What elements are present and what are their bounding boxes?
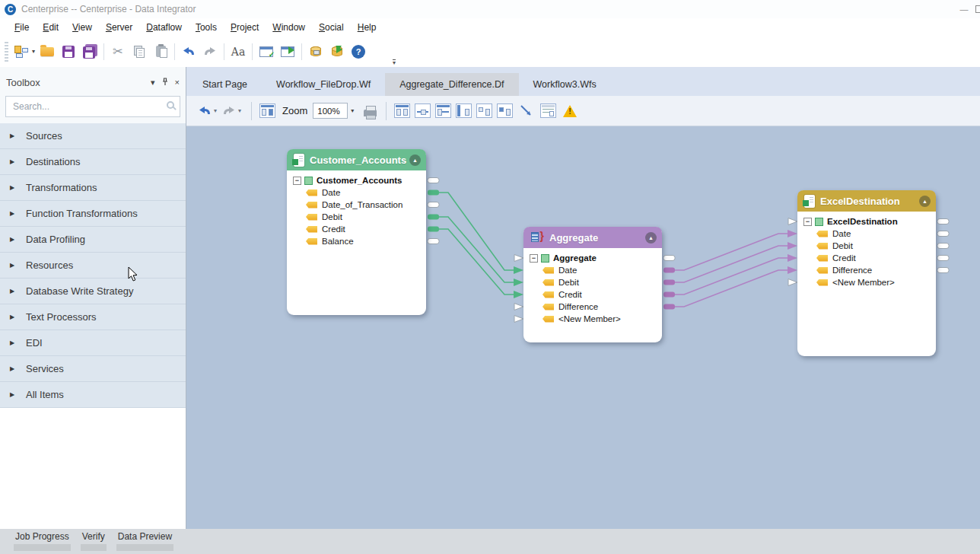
- menu-dataflow[interactable]: Dataflow: [139, 20, 189, 35]
- tree-expander-icon[interactable]: −: [803, 218, 812, 226]
- menu-social[interactable]: Social: [312, 20, 351, 35]
- cut-button[interactable]: ✂: [108, 42, 128, 62]
- toolbar-overflow-button[interactable]: ▾: [393, 59, 396, 65]
- save-button[interactable]: [59, 42, 78, 62]
- node-header[interactable]: } Aggregate ▲: [523, 227, 662, 248]
- zoom-value-combo[interactable]: 100%: [313, 103, 348, 119]
- tab-start-page[interactable]: Start Page: [188, 73, 262, 96]
- field-row-debit[interactable]: Debit: [293, 211, 423, 223]
- redo-icon[interactable]: [221, 106, 237, 116]
- help-button[interactable]: ?: [348, 42, 368, 62]
- expand-all-icon[interactable]: [435, 103, 451, 118]
- menu-edit[interactable]: Edit: [36, 20, 65, 35]
- minimize-button[interactable]: —: [953, 5, 975, 14]
- auto-layout-icon[interactable]: [259, 103, 275, 118]
- field-row-credit[interactable]: Credit: [803, 252, 933, 264]
- database-run-button[interactable]: [327, 42, 347, 62]
- toolbox-item-sources[interactable]: ▶Sources: [0, 123, 186, 149]
- undo-icon[interactable]: [197, 106, 212, 116]
- toolbox-search-input[interactable]: [5, 96, 180, 117]
- field-row-date[interactable]: Date: [803, 228, 933, 240]
- toolbox-item-edi[interactable]: ▶EDI: [0, 330, 186, 356]
- field-row-balance[interactable]: Balance: [293, 235, 423, 247]
- draw-link-icon[interactable]: [518, 103, 535, 119]
- field-row-new-member[interactable]: <New Member>: [530, 313, 659, 325]
- menu-view[interactable]: View: [65, 20, 99, 35]
- menu-window[interactable]: Window: [266, 20, 312, 35]
- collapse-button[interactable]: ▲: [409, 154, 421, 166]
- print-button[interactable]: [360, 101, 380, 121]
- toolbox-item-destinations[interactable]: ▶Destinations: [0, 149, 186, 175]
- node-header[interactable]: ExcelDestination ▲: [797, 190, 936, 212]
- tab-workflow-filedrop[interactable]: Workflow_FileDrop.Wf: [262, 73, 385, 96]
- new-dataflow-button[interactable]: [11, 42, 31, 62]
- tree-expander-icon[interactable]: −: [293, 177, 301, 185]
- toolbar-grip[interactable]: [5, 42, 8, 62]
- collapse-button[interactable]: ▲: [919, 196, 931, 207]
- tree-root-row[interactable]: − ExcelDestination: [803, 215, 933, 228]
- close-icon[interactable]: ×: [175, 78, 180, 87]
- align-center-icon[interactable]: [415, 103, 431, 118]
- undo-button[interactable]: [179, 42, 199, 62]
- space-horizontal-icon[interactable]: [497, 103, 513, 118]
- bottom-tab-data-preview[interactable]: Data Preview: [116, 531, 173, 554]
- paste-button[interactable]: [151, 42, 170, 62]
- node-aggregate[interactable]: } Aggregate ▲ − Aggregate Date Debit Cre…: [523, 227, 662, 342]
- node-header[interactable]: Customer_Accounts ▲: [287, 149, 426, 170]
- field-row-difference[interactable]: Difference: [530, 301, 659, 313]
- menu-tools[interactable]: Tools: [189, 20, 224, 35]
- redo-dropdown-caret[interactable]: ▾: [238, 107, 241, 114]
- toolbox-item-transformations[interactable]: ▶Transformations: [0, 175, 186, 201]
- node-customer-accounts[interactable]: Customer_Accounts ▲ − Customer_Accounts …: [287, 149, 426, 315]
- field-row-new-member[interactable]: <New Member>: [803, 276, 933, 288]
- tree-root-row[interactable]: − Customer_Accounts: [293, 174, 423, 186]
- toolbox-item-services[interactable]: ▶Services: [0, 356, 186, 382]
- undo-dropdown-caret[interactable]: ▾: [214, 107, 217, 114]
- toolbox-item-text-processors[interactable]: ▶Text Processors: [0, 304, 186, 330]
- toolbox-item-function-transformations[interactable]: ▶Function Transformations: [0, 201, 186, 227]
- tree-root-row[interactable]: − Aggregate: [530, 252, 659, 264]
- menu-server[interactable]: Server: [99, 20, 139, 35]
- new-dropdown-caret[interactable]: ▾: [32, 48, 35, 55]
- menu-file[interactable]: File: [8, 20, 36, 35]
- tab-aggregate-difference[interactable]: Aggregate_Difference.Df: [385, 73, 518, 96]
- zoom-dropdown-caret[interactable]: ▾: [351, 107, 354, 114]
- toolbox-item-database-write-strategy[interactable]: ▶Database Write Strategy: [0, 279, 186, 304]
- menu-project[interactable]: Project: [224, 20, 266, 35]
- field-row-credit[interactable]: Credit: [530, 288, 659, 301]
- tree-expander-icon[interactable]: −: [530, 254, 538, 263]
- maximize-button[interactable]: [975, 5, 980, 13]
- preview-data-icon[interactable]: [540, 103, 556, 118]
- node-excel-destination[interactable]: ExcelDestination ▲ − ExcelDestination Da…: [797, 190, 936, 356]
- redo-button[interactable]: [200, 42, 220, 62]
- toolbox-item-resources[interactable]: ▶Resources: [0, 253, 186, 279]
- field-row-debit[interactable]: Debit: [803, 240, 933, 252]
- menu-help[interactable]: Help: [351, 20, 383, 35]
- field-row-date[interactable]: Date: [530, 264, 659, 276]
- field-row-debit[interactable]: Debit: [530, 276, 659, 288]
- align-left-icon[interactable]: [456, 103, 472, 118]
- verify-dataflow-button[interactable]: ✓: [256, 42, 276, 62]
- dataflow-canvas[interactable]: Customer_Accounts ▲ − Customer_Accounts …: [186, 126, 980, 529]
- collapse-button[interactable]: ▲: [645, 232, 657, 244]
- bottom-tab-job-progress[interactable]: Job Progress: [14, 531, 71, 554]
- align-horizontal-icon[interactable]: [476, 103, 492, 118]
- run-dataflow-button[interactable]: [278, 42, 298, 62]
- field-row-difference[interactable]: Difference: [803, 264, 933, 276]
- toolbox-menu-icon[interactable]: ▾: [151, 78, 155, 88]
- font-options-button[interactable]: Aa: [228, 42, 248, 62]
- distribute-nodes-icon[interactable]: [394, 103, 410, 118]
- pin-icon[interactable]: [161, 78, 169, 88]
- copy-button[interactable]: [129, 42, 149, 62]
- save-all-button[interactable]: [80, 42, 100, 62]
- field-row-credit[interactable]: Credit: [293, 223, 423, 235]
- field-row-date-of-transaction[interactable]: Date_of_Transaction: [293, 199, 423, 211]
- open-button[interactable]: [37, 42, 57, 62]
- field-row-date[interactable]: Date: [293, 186, 423, 199]
- toolbox-item-all-items[interactable]: ▶All Items: [0, 382, 186, 408]
- bottom-tab-verify[interactable]: Verify: [81, 531, 107, 554]
- toolbox-item-data-profiling[interactable]: ▶Data Profiling: [0, 227, 186, 253]
- tab-workflow3[interactable]: Workflow3.Wfs: [519, 73, 611, 96]
- database-import-button[interactable]: [306, 42, 326, 62]
- warnings-icon[interactable]: [563, 105, 577, 117]
